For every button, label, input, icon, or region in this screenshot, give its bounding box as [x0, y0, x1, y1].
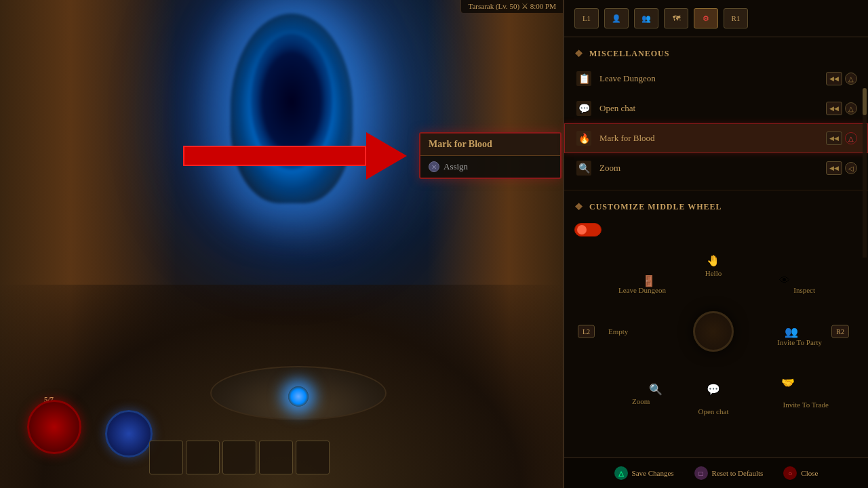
wheel-label-invite-trade: Invite To Trade [783, 400, 829, 409]
wheel-label-inspect: Inspect [793, 264, 815, 295]
customize-section: ❖ CUSTOMIZE MIDDLE WHEEL L2 R2 � [564, 190, 868, 426]
square-button[interactable]: □ [694, 466, 708, 480]
player-name: Tarsarak [468, 2, 494, 10]
ctrl-triangle-2: △ [845, 102, 857, 115]
wheel-icon-open-chat: 💬 [703, 379, 724, 399]
wheel-label-invite-party: Invite To Party [777, 316, 822, 347]
toggle-switch[interactable] [574, 223, 601, 237]
ctrl-triangle: △ [845, 73, 857, 85]
zoom-icon: 🔍 [575, 159, 593, 177]
leave-dungeon-controls: ◀◀ △ [826, 72, 857, 85]
red-arrow [183, 136, 407, 176]
mark-for-blood-tooltip: Mark for Blood ✕ Assign [419, 132, 561, 179]
wheel-label-hello: Hello [705, 247, 722, 278]
tooltip-assign-label: Assign [443, 161, 468, 172]
wheel-icon-inspect: 👁 [774, 270, 795, 291]
x-button-icon: ✕ [429, 161, 439, 172]
tooltip-title: Mark for Blood [420, 134, 560, 156]
skill-slot-5[interactable] [296, 441, 330, 474]
misc-header-label: MISCELLANEOUS [589, 49, 669, 59]
r2-button[interactable]: R2 [831, 325, 849, 338]
zoom-controls: ◀◀ ◁ [826, 161, 857, 175]
menu-item-mark-for-blood[interactable]: 🔥 Mark for Blood ◀◀ △ [564, 123, 868, 153]
zoom-label: Zoom [599, 163, 826, 174]
reset-label: Reset to Defaults [712, 469, 764, 477]
arrow-head [366, 132, 407, 180]
menu-item-open-chat[interactable]: 💬 Open chat ◀◀ △ [564, 94, 868, 123]
player-info: Tarsarak (Lv. 50) ⚔ 8:00 PM [460, 0, 563, 13]
wheel-container: L2 R2 🤚 Hello 🚪 Leave Dungeon [571, 243, 856, 420]
skill-slot-4[interactable] [259, 441, 293, 474]
skill-slot-2[interactable] [186, 441, 220, 474]
ctrl-triangle-3: △ [845, 132, 857, 144]
scrollbar[interactable] [863, 88, 867, 258]
leave-dungeon-label: Leave Dungeon [599, 73, 826, 84]
hud-health-orb [27, 400, 81, 454]
mark-for-blood-label: Mark for Blood [599, 133, 826, 144]
customize-bullet: ❖ [574, 201, 584, 213]
skill-slot-1[interactable] [149, 441, 183, 474]
nav-tabs: L1 👤 👥 🗺 ⚙ R1 [564, 0, 868, 37]
leave-dungeon-icon: 📋 [575, 70, 593, 87]
ctrl-l1-3: ◀◀ [826, 131, 842, 145]
tab-icon-1[interactable]: 👤 [604, 8, 629, 28]
tab-icon-2[interactable]: 👥 [634, 8, 658, 28]
ctrl-triangle-4: ◁ [845, 162, 857, 174]
triangle-button[interactable]: △ [614, 466, 628, 480]
wheel-label-open-chat: Open chat [698, 407, 729, 416]
save-action[interactable]: △ Save Changes [614, 466, 674, 480]
toggle-container[interactable] [564, 220, 868, 243]
altar-glow [288, 386, 309, 407]
mark-for-blood-icon: 🔥 [575, 129, 593, 147]
menu-item-zoom[interactable]: 🔍 Zoom ◀◀ ◁ [564, 153, 868, 183]
save-label: Save Changes [632, 469, 674, 477]
open-chat-icon: 💬 [575, 100, 593, 117]
close-label: Close [801, 469, 818, 477]
misc-section: ❖ MISCELLANEOUS 📋 Leave Dungeon ◀◀ △ 💬 O… [564, 37, 868, 190]
tab-l1[interactable]: L1 [574, 8, 599, 28]
arrow-body [183, 146, 366, 166]
game-time: 8:00 PM [530, 2, 556, 10]
misc-section-header: ❖ MISCELLANEOUS [564, 44, 868, 64]
close-action[interactable]: ○ Close [783, 466, 818, 480]
scroll-thumb [863, 88, 867, 115]
skill-slot-3[interactable] [222, 441, 256, 474]
customize-header-label: CUSTOMIZE MIDDLE WHEEL [589, 202, 722, 212]
wheel-label-empty: Empty [608, 327, 628, 336]
tab-r1[interactable]: R1 [724, 8, 748, 28]
stone-altar [203, 298, 393, 420]
ctrl-l1-4: ◀◀ [826, 161, 842, 175]
ctrl-l1: ◀◀ [826, 72, 842, 85]
right-panel: L1 👤 👥 🗺 ⚙ R1 ❖ MISCELLANEOUS 📋 Leave Du… [563, 0, 868, 488]
wheel-icon-invite-trade: 🤝 [778, 372, 798, 392]
wheel-label-zoom: Zoom [632, 396, 650, 406]
tab-icon-3[interactable]: 🗺 [664, 8, 688, 28]
skill-bar [149, 441, 330, 474]
l2-button[interactable]: L2 [578, 325, 595, 338]
open-chat-label: Open chat [599, 103, 826, 114]
game-background: Mark for Blood ✕ Assign 5/7 [0, 0, 563, 488]
player-level: (Lv. [496, 2, 510, 10]
wheel-label-leave-dungeon: Leave Dungeon [618, 264, 666, 295]
section-bullet: ❖ [574, 48, 584, 60]
mark-for-blood-controls: ◀◀ △ [826, 131, 857, 145]
reset-action[interactable]: □ Reset to Defaults [694, 466, 764, 480]
wheel-center [693, 311, 734, 352]
bottom-bar: △ Save Changes □ Reset to Defaults ○ Clo… [564, 458, 868, 488]
circle-button[interactable]: ○ [783, 466, 797, 480]
menu-item-leave-dungeon[interactable]: 📋 Leave Dungeon ◀◀ △ [564, 64, 868, 94]
customize-header: ❖ CUSTOMIZE MIDDLE WHEEL [564, 197, 868, 220]
hud-mana-orb [105, 410, 153, 458]
ctrl-l1-2: ◀◀ [826, 102, 842, 115]
tooltip-assign-row[interactable]: ✕ Assign [420, 156, 560, 178]
toggle-dot [577, 225, 587, 235]
open-chat-controls: ◀◀ △ [826, 102, 857, 115]
tab-icon-4[interactable]: ⚙ [694, 8, 718, 28]
